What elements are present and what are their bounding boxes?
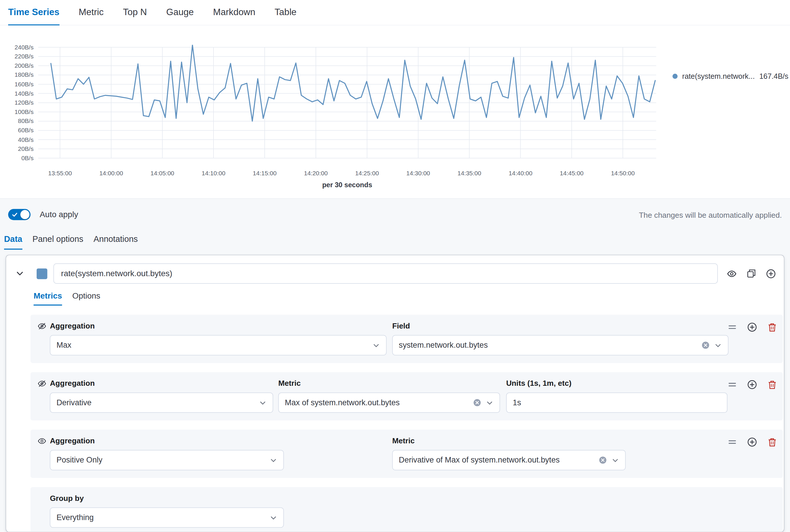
aggregation-select[interactable]: Max (50, 335, 387, 356)
y-tick-label: 180B/s (15, 72, 34, 78)
y-tick-label: 120B/s (15, 99, 34, 106)
eye-open-icon (38, 437, 46, 448)
time-series-chart: 240B/s220B/s200B/s180B/s160B/s140B/s120B… (0, 25, 790, 198)
metric-combobox[interactable]: Max of system.network.out.bytes (278, 393, 500, 413)
x-tick-label: 14:50:00 (611, 170, 635, 177)
eye-closed-icon (38, 322, 46, 332)
chevron-down-icon (611, 456, 619, 464)
tab-table[interactable]: Table (275, 0, 296, 25)
aggregation-value: Max (56, 341, 71, 350)
clear-icon[interactable] (473, 399, 481, 407)
y-tick-label: 240B/s (15, 44, 34, 51)
y-tick-label: 20B/s (18, 145, 34, 152)
add-metric-button[interactable] (747, 380, 757, 389)
y-tick-label: 220B/s (15, 53, 34, 60)
units-label: Units (1s, 1m, etc) (506, 379, 728, 388)
legend-series-label: rate(system.network... (682, 72, 754, 80)
aggregation-select[interactable]: Positive Only (50, 450, 283, 470)
group-by-value: Everything (56, 513, 94, 522)
tab-metrics[interactable]: Metrics (34, 291, 62, 306)
legend-series-value: 167.4B/s (759, 72, 788, 80)
check-icon (12, 212, 17, 217)
auto-apply-hint: The changes will be automatically applie… (639, 210, 782, 219)
clone-series-button[interactable] (747, 269, 756, 278)
delete-metric-button[interactable] (768, 438, 777, 446)
add-metric-button[interactable] (747, 322, 757, 332)
visualization-type-tabs: Time Series Metric Top N Gauge Markdown … (0, 0, 790, 25)
clear-icon[interactable] (702, 341, 710, 349)
chevron-down-icon (16, 269, 24, 278)
drag-handle-icon[interactable] (728, 380, 737, 389)
chevron-down-icon (270, 456, 277, 464)
delete-metric-button[interactable] (768, 380, 777, 389)
metric-combobox[interactable]: Derivative of Max of system.network.out.… (392, 450, 626, 470)
y-tick-label: 40B/s (18, 136, 34, 143)
aggregation-label: Aggregation (50, 321, 387, 330)
metric-row-positive-only: Aggregation Positive Only Metric Derivat… (31, 430, 783, 478)
collapse-series-button[interactable] (14, 268, 25, 279)
chart-legend-item[interactable]: rate(system.network... 167.4B/s (673, 72, 789, 80)
toggle-series-visibility-button[interactable] (727, 269, 736, 278)
tab-data[interactable]: Data (4, 231, 22, 250)
aggregation-value: Positive Only (56, 456, 103, 464)
x-tick-label: 14:10:00 (202, 170, 225, 177)
add-series-button[interactable] (766, 269, 776, 278)
x-axis-labels: 13:55:0014:00:0014:05:0014:10:0014:15:00… (38, 170, 656, 178)
add-metric-button[interactable] (747, 437, 757, 447)
trash-icon (768, 380, 777, 389)
y-tick-label: 100B/s (15, 109, 34, 115)
trash-icon (768, 438, 777, 446)
group-by-select[interactable]: Everything (50, 507, 283, 528)
trash-icon (768, 323, 777, 332)
x-tick-label: 13:55:00 (48, 170, 72, 177)
group-by-label: Group by (50, 494, 283, 502)
metric-value: Max of system.network.out.bytes (285, 398, 400, 407)
series-color-swatch[interactable] (37, 268, 48, 279)
chevron-down-icon (372, 341, 380, 349)
aggregation-select[interactable]: Derivative (50, 393, 273, 413)
field-combobox[interactable]: system.network.out.bytes (392, 335, 728, 356)
auto-apply-toggle[interactable] (8, 209, 31, 220)
plus-circle-icon (747, 380, 757, 389)
x-tick-label: 14:25:00 (355, 170, 379, 177)
drag-handle-icon[interactable] (728, 438, 737, 446)
x-tick-label: 14:40:00 (509, 170, 533, 177)
series-actions (727, 269, 776, 278)
x-tick-label: 14:45:00 (560, 170, 584, 177)
aggregation-label: Aggregation (50, 379, 273, 388)
series-label-input[interactable] (54, 263, 718, 284)
tab-top-n[interactable]: Top N (123, 0, 147, 25)
units-input[interactable] (506, 393, 728, 413)
chevron-down-icon (270, 514, 277, 521)
chart-plot[interactable] (38, 45, 656, 160)
y-tick-label: 200B/s (15, 62, 34, 69)
x-tick-label: 14:00:00 (99, 170, 123, 177)
tab-panel-options[interactable]: Panel options (33, 231, 84, 250)
toggle-knob (20, 210, 30, 219)
tab-annotations[interactable]: Annotations (93, 231, 137, 250)
plus-circle-icon (747, 322, 757, 332)
aggregation-label: Aggregation (50, 436, 283, 445)
x-tick-label: 14:15:00 (253, 170, 277, 177)
tab-markdown[interactable]: Markdown (213, 0, 255, 25)
y-tick-label: 60B/s (18, 127, 34, 134)
tab-gauge[interactable]: Gauge (166, 0, 194, 25)
tab-options[interactable]: Options (72, 291, 100, 306)
editor-section-tabs: Data Panel options Annotations (0, 230, 790, 249)
y-tick-label: 140B/s (15, 90, 34, 97)
tsvb-editor: Time Series Metric Top N Gauge Markdown … (0, 0, 790, 532)
drag-handle-icon[interactable] (728, 323, 737, 332)
metric-row-max: Aggregation Max Field system.network.out… (31, 315, 783, 363)
series-header (14, 263, 779, 284)
x-axis-caption: per 30 seconds (38, 181, 656, 189)
eye-icon (727, 269, 736, 278)
clear-icon[interactable] (599, 456, 607, 464)
group-by-row: Group by Everything (31, 487, 783, 532)
metric-value: Derivative of Max of system.network.out.… (399, 456, 559, 464)
tab-metric[interactable]: Metric (79, 0, 104, 25)
tab-time-series[interactable]: Time Series (8, 0, 59, 25)
x-tick-label: 14:20:00 (304, 170, 328, 177)
y-axis-labels: 240B/s220B/s200B/s180B/s160B/s140B/s120B… (0, 44, 34, 162)
delete-metric-button[interactable] (768, 323, 777, 332)
field-label: Field (392, 321, 728, 330)
